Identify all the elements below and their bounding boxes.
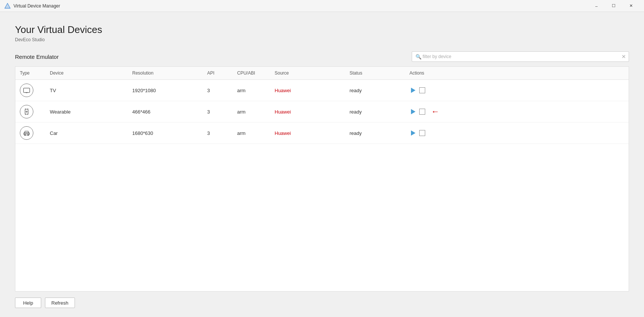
cell-resolution: 1920*1080 [128,80,203,101]
col-header-resolution: Resolution [128,67,203,80]
cell-type [15,101,45,123]
stop-button[interactable] [419,130,425,136]
play-icon [411,88,415,93]
svg-line-8 [25,114,26,115]
table-row: Car 1680*630 3 arm Huawei ready [15,123,629,144]
watch-icon [20,105,33,118]
search-icon: 🔍 [415,54,421,60]
actions-group [409,129,624,137]
table-row: TV 1920*1080 3 arm Huawei ready [15,80,629,101]
cell-type [15,123,45,144]
col-header-cpuabi: CPU/ABI [233,67,270,80]
svg-line-6 [25,109,26,109]
cell-source: Huawei [270,80,345,101]
main-content: Your Virtual Devices DevEco Studio Remot… [0,12,644,317]
minimize-button[interactable]: – [588,0,605,12]
title-bar: Virtual Device Manager – ☐ ✕ [0,0,644,12]
devices-table-container: Type Device Resolution API CPU/ABI Sourc… [15,66,629,292]
play-icon [411,109,415,114]
actions-group: ← [409,107,624,117]
cell-api: 3 [203,80,233,101]
section-header: Remote Emulator 🔍 ✕ [15,51,629,62]
play-button[interactable] [409,87,417,94]
title-bar-left: Virtual Device Manager [4,3,60,9]
tv-icon [20,84,33,97]
cell-source: Huawei [270,123,345,144]
play-button[interactable] [409,108,417,115]
cell-device: TV [45,80,128,101]
cell-resolution: 466*466 [128,101,203,123]
cell-status: ready [345,123,405,144]
refresh-button[interactable]: Refresh [45,298,75,308]
footer: Help Refresh [15,298,629,310]
col-header-source: Source [270,67,345,80]
page-subtitle: DevEco Studio [15,37,629,42]
cell-cpuabi: arm [233,101,270,123]
cell-actions [405,80,629,101]
col-header-type: Type [15,67,45,80]
col-header-status: Status [345,67,405,80]
cell-api: 3 [203,101,233,123]
actions-group [409,87,624,94]
play-button[interactable] [409,129,417,137]
cell-device: Car [45,123,128,144]
section-title: Remote Emulator [15,54,59,60]
red-arrow-indicator: ← [431,107,439,117]
cell-type [15,80,45,101]
devices-table: Type Device Resolution API CPU/ABI Sourc… [15,67,629,144]
play-icon [411,130,415,136]
cell-resolution: 1680*630 [128,123,203,144]
car-icon [20,126,33,140]
restore-button[interactable]: ☐ [605,0,622,12]
help-button[interactable]: Help [15,298,41,308]
filter-input[interactable] [412,51,629,62]
stop-button[interactable] [419,109,425,115]
table-row: Wearable 466*466 3 arm Huawei ready ← [15,101,629,123]
cell-actions [405,123,629,144]
title-bar-title: Virtual Device Manager [13,3,60,9]
cell-device: Wearable [45,101,128,123]
stop-button[interactable] [419,87,425,93]
title-bar-controls: – ☐ ✕ [588,0,640,12]
cell-cpuabi: arm [233,123,270,144]
svg-rect-2 [24,88,30,93]
filter-wrapper: 🔍 ✕ [412,51,629,62]
cell-source: Huawei [270,101,345,123]
col-header-actions: Actions [405,67,629,80]
cell-status: ready [345,80,405,101]
svg-point-10 [26,111,27,112]
page-title: Your Virtual Devices [15,24,629,36]
svg-line-7 [28,109,28,109]
cell-api: 3 [203,123,233,144]
cell-actions: ← [405,101,629,123]
svg-line-9 [28,114,28,115]
cell-cpuabi: arm [233,80,270,101]
svg-rect-5 [25,109,28,114]
cell-status: ready [345,101,405,123]
close-button[interactable]: ✕ [622,0,640,12]
col-header-device: Device [45,67,128,80]
table-header-row: Type Device Resolution API CPU/ABI Sourc… [15,67,629,80]
col-header-api: API [203,67,233,80]
filter-clear-button[interactable]: ✕ [622,54,626,60]
app-icon [4,3,10,9]
